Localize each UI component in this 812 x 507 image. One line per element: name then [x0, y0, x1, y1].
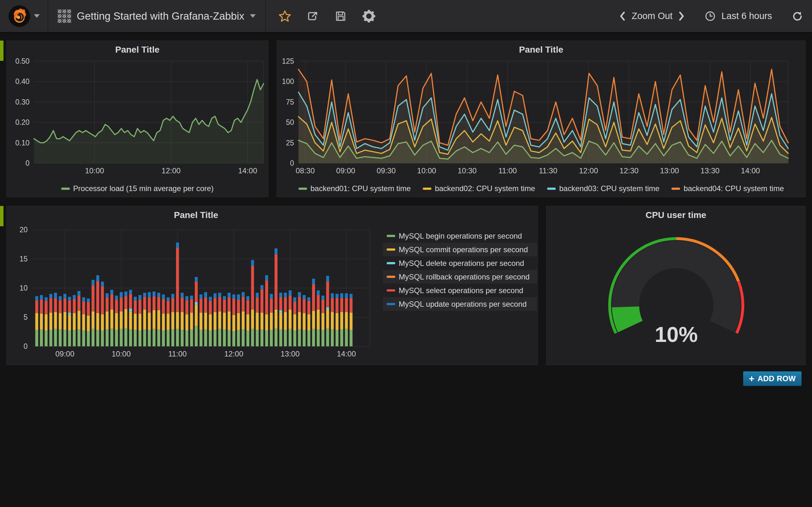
legend-label[interactable]: Processor load (15 min average per core) — [73, 184, 214, 193]
bar-segment — [87, 316, 90, 331]
bar-segment — [54, 329, 57, 346]
bar-segment — [35, 313, 38, 330]
bar-segment — [195, 282, 198, 302]
bar-segment — [275, 248, 277, 254]
panel-title[interactable]: Panel Title — [277, 45, 805, 55]
legend-item[interactable]: MySQL select operations per second — [383, 284, 537, 297]
row-handle-top[interactable] — [0, 41, 3, 61]
legend-item[interactable]: backend04: CPU system time — [671, 184, 784, 193]
bar-segment — [260, 285, 263, 289]
bar-segment — [256, 330, 258, 347]
bar-segment — [307, 314, 310, 331]
bar-segment — [279, 310, 282, 313]
bar-segment — [289, 329, 292, 346]
chevron-left-icon[interactable] — [619, 11, 626, 21]
legend-label[interactable]: backend03: CPU system time — [559, 184, 659, 193]
bar-segment — [157, 310, 160, 330]
y-axis-label: 10 — [19, 284, 28, 292]
bar-segment — [331, 312, 334, 329]
bar-segment — [345, 329, 348, 346]
legend-item[interactable]: backend03: CPU system time — [547, 184, 659, 193]
bar-segment — [289, 309, 292, 329]
bar-segment — [115, 296, 118, 300]
legend-item[interactable]: MySQL begin operations per second — [383, 229, 537, 243]
bar-segment — [303, 330, 305, 347]
legend-label[interactable]: MySQL update operations per second — [399, 300, 526, 308]
share-icon[interactable] — [306, 10, 319, 22]
bar-segment — [242, 312, 245, 330]
legend-color-dash-icon — [671, 187, 680, 190]
star-icon[interactable] — [278, 10, 291, 22]
bar-segment — [322, 313, 324, 330]
legend-item[interactable]: Processor load (15 min average per core) — [61, 184, 214, 193]
legend-label[interactable]: MySQL commit operations per second — [399, 245, 528, 254]
legend-item[interactable]: backend01: CPU system time — [299, 184, 411, 193]
bar-segment — [78, 330, 80, 346]
legend-label[interactable]: MySQL rollback operations per second — [399, 273, 530, 281]
bar-segment — [186, 296, 189, 300]
bar-segment — [213, 330, 216, 347]
bar-segment — [209, 314, 212, 331]
legend-item[interactable]: backend02: CPU system time — [423, 184, 535, 193]
bar-segment — [139, 331, 142, 346]
time-range-button[interactable]: Last 6 hours — [721, 11, 772, 21]
bar-segment — [106, 293, 108, 297]
panel-title[interactable]: CPU user time — [547, 210, 805, 220]
bar-segment — [49, 294, 52, 298]
bar-segment — [317, 290, 320, 295]
bar-segment — [223, 300, 226, 313]
bar-segment — [181, 297, 184, 312]
bar-segment — [293, 331, 296, 346]
bar-segment — [59, 300, 61, 314]
bar-segment — [326, 309, 329, 328]
bar-segment — [171, 294, 174, 298]
bar-segment — [200, 330, 202, 347]
bar-segment — [223, 313, 226, 329]
legend-label[interactable]: backend02: CPU system time — [435, 184, 535, 193]
zoom-out-button[interactable]: Zoom Out — [631, 11, 672, 21]
refresh-icon[interactable] — [792, 10, 803, 22]
grafana-logo-button[interactable] — [0, 0, 48, 32]
legend-label[interactable]: MySQL delete operations per second — [399, 259, 524, 268]
bar-segment — [157, 293, 160, 297]
bar-segment — [218, 312, 221, 329]
legend-item[interactable]: MySQL commit operations per second — [383, 243, 537, 257]
gauge-value-arc — [625, 307, 630, 327]
bar-segment — [40, 300, 43, 314]
add-row-button[interactable]: + ADD ROW — [743, 372, 802, 386]
bar-segment — [101, 314, 104, 331]
bar-segment — [129, 330, 132, 346]
bar-segment — [350, 298, 352, 313]
bar-segment — [153, 296, 155, 310]
bar-segment — [340, 330, 343, 346]
legend-item[interactable]: MySQL rollback operations per second — [383, 270, 537, 284]
panel-title[interactable]: Panel Title — [7, 210, 386, 220]
chevron-right-icon[interactable] — [678, 11, 685, 21]
bar-segment — [284, 293, 287, 297]
legend-label[interactable]: backend01: CPU system time — [310, 184, 411, 193]
legend-color-dash-icon — [61, 187, 70, 190]
bar-segment — [190, 313, 193, 329]
bar-segment — [242, 330, 245, 346]
bar-segment — [340, 293, 343, 298]
bar-segment — [228, 297, 231, 311]
x-axis-label: 09:00 — [55, 349, 74, 358]
bar-segment — [317, 309, 320, 330]
panel-title[interactable]: Panel Title — [7, 45, 268, 55]
save-icon[interactable] — [334, 10, 347, 22]
bar-segment — [218, 293, 221, 297]
bar-segment — [190, 299, 193, 313]
bar-segment — [195, 326, 198, 346]
panel-mysql-operations: Panel Title 0510152009:0010:0011:0012:00… — [6, 206, 538, 365]
bar-segment — [162, 294, 165, 299]
legend-label[interactable]: MySQL begin operations per second — [399, 232, 522, 240]
dashboard-title-button[interactable]: Getting Started with Grafana-Zabbix — [48, 0, 265, 32]
legend-label[interactable]: MySQL select operations per second — [399, 286, 523, 295]
bar-segment — [237, 330, 240, 347]
legend-label[interactable]: backend04: CPU system time — [683, 184, 784, 193]
gear-icon[interactable] — [362, 9, 375, 23]
legend-item[interactable]: MySQL delete operations per second — [383, 257, 537, 270]
row-handle-bottom[interactable] — [0, 206, 3, 226]
bar-segment — [101, 331, 104, 346]
legend-item[interactable]: MySQL update operations per second — [383, 297, 537, 311]
